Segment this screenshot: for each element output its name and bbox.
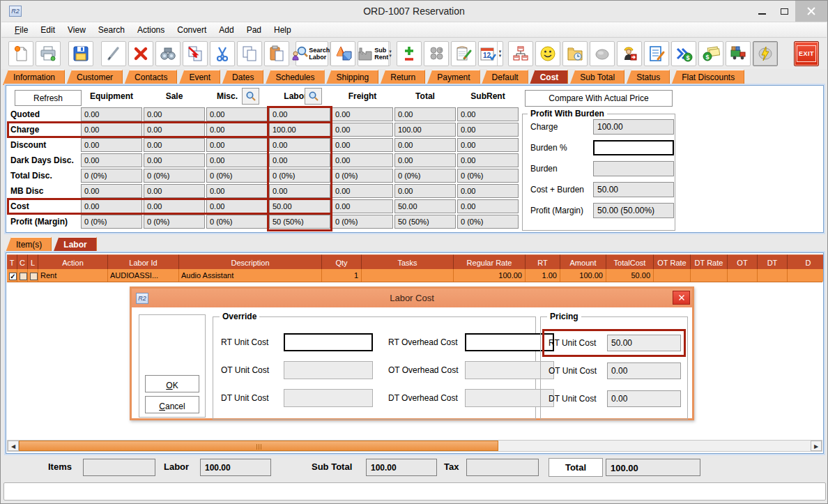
ok-button[interactable]: OK (145, 375, 199, 392)
unchecked-checkbox[interactable] (30, 273, 38, 280)
menu-add[interactable]: Add (213, 24, 240, 36)
checked-checkbox[interactable]: ✓ (9, 273, 17, 280)
menu-file[interactable]: File (8, 24, 34, 36)
copy-icon (240, 45, 259, 63)
dropdown-arrow-icon[interactable]: ▾▾ (388, 42, 392, 66)
transport-truck-button[interactable] (726, 41, 751, 66)
stone-button[interactable] (590, 41, 615, 66)
tab-schedules[interactable]: Schedules (265, 70, 324, 85)
cost-cell: 0.00 (269, 107, 330, 121)
burden--field[interactable] (593, 140, 674, 155)
add-remove-button[interactable] (397, 41, 422, 66)
delete-button[interactable] (128, 41, 153, 66)
cut-button[interactable] (210, 41, 235, 66)
calendar-12-button[interactable]: 12▾▾ (478, 41, 503, 66)
maximize-button[interactable] (773, 1, 795, 22)
menu-search[interactable]: Search (92, 24, 131, 36)
payment-forward-button[interactable]: $ (671, 41, 696, 66)
edit-pencil-button[interactable] (101, 41, 126, 66)
override-label: RT Unit Cost (221, 337, 268, 347)
new-document-button[interactable] (8, 41, 33, 66)
find-binoculars-button[interactable] (155, 41, 181, 66)
crew-group-button[interactable]: ? (424, 41, 449, 66)
labor-column-header-regular-rate: Regular Rate (454, 254, 526, 269)
horizontal-scrollbar[interactable]: ◀ ▶ (7, 440, 822, 452)
search-misc-button[interactable] (242, 88, 259, 105)
refresh-button[interactable]: Refresh (15, 90, 82, 106)
cost-cell: 0.00 (206, 107, 268, 121)
unchecked-checkbox[interactable] (20, 273, 27, 280)
tab-flat-discounts[interactable]: Flat Discounts (671, 70, 744, 85)
shapes-3d-button[interactable] (330, 41, 355, 66)
cost-cell: 0.00 (206, 184, 268, 198)
crew-assign-icon (620, 45, 638, 63)
dropdown-arrow-icon[interactable]: ▾▾ (497, 42, 503, 66)
cost-cell: 100.00 (269, 123, 330, 137)
quick-action-lightning-button[interactable] (753, 41, 778, 66)
cost-cell: 0.00 (394, 184, 456, 198)
tab-information[interactable]: Information (3, 70, 65, 85)
tab-default[interactable]: Default (482, 70, 528, 85)
menu-view[interactable]: View (61, 24, 92, 36)
tab-status[interactable]: Status (626, 70, 670, 85)
paste-button[interactable] (264, 41, 289, 66)
close-button[interactable] (795, 1, 827, 22)
search-labor-button[interactable]: Search Labor▾▾ (296, 41, 328, 66)
tax-field (466, 459, 539, 476)
menu-actions[interactable]: Actions (131, 24, 171, 36)
payment-forward-icon: $ (675, 45, 693, 63)
sub-rent-button[interactable]: Sub Rent▾▾ (358, 41, 390, 66)
pricing-group-title: Pricing (547, 312, 581, 321)
tab-event[interactable]: Event (178, 70, 220, 85)
detail-tab-labor[interactable]: Labor (53, 237, 96, 252)
labor-grid-row[interactable]: ✓RentAUDIOASSI...Audio Assistant1100.001… (7, 269, 822, 282)
compare-actual-price-button[interactable]: Compare With Actual Price (525, 90, 673, 107)
invoice-money-button[interactable]: $ (698, 41, 723, 66)
labor-cell-rt: 1.00 (526, 269, 560, 282)
dialog-close-button[interactable] (673, 291, 690, 305)
detail-tab-item-s-[interactable]: Item(s) (6, 237, 52, 252)
notes-edit-button[interactable] (451, 41, 476, 66)
tab-return[interactable]: Return (380, 70, 425, 85)
menu-edit[interactable]: Edit (34, 24, 61, 36)
tab-sub-total[interactable]: Sub Total (569, 70, 624, 85)
crew-assign-button[interactable] (617, 41, 642, 66)
search-labor-column-button[interactable] (305, 88, 322, 105)
tab-payment[interactable]: Payment (427, 70, 480, 85)
tab-dates[interactable]: Dates (222, 70, 263, 85)
shapes-3d-icon (334, 45, 352, 63)
tab-shipping[interactable]: Shipping (326, 70, 379, 85)
menu-convert[interactable]: Convert (171, 24, 213, 36)
folder-time-button[interactable] (562, 41, 588, 66)
worksheet-button[interactable] (644, 41, 669, 66)
cost-cell: 0.00 (144, 107, 205, 121)
override-rt-unit-cost-input[interactable] (284, 333, 373, 351)
org-chart-button[interactable] (508, 41, 533, 66)
subtotal-label: Sub Total (312, 461, 352, 472)
cost-cell: 50.00 (269, 199, 330, 213)
copy-items-button[interactable] (183, 41, 208, 66)
labor-cell-dt (758, 269, 788, 282)
cost-cell: 0 (0%) (332, 169, 393, 183)
tab-cost[interactable]: Cost (530, 70, 569, 85)
copy-button[interactable] (237, 41, 262, 66)
cancel-button[interactable]: Cancel (145, 396, 199, 413)
menu-pad[interactable]: Pad (240, 24, 268, 36)
save-button[interactable] (68, 41, 93, 66)
menu-bar: FileEditViewSearchActionsConvertAddPadHe… (1, 22, 827, 38)
charge-field: 100.00 (593, 119, 674, 135)
scroll-left-arrow[interactable]: ◀ (8, 441, 19, 451)
tab-contacts[interactable]: Contacts (124, 70, 177, 85)
minimize-button[interactable] (751, 1, 773, 22)
exit-button[interactable]: EXIT (794, 41, 819, 66)
scroll-right-arrow[interactable]: ▶ (811, 441, 822, 451)
svg-text:$: $ (687, 54, 690, 61)
smiley-button[interactable] (535, 41, 560, 66)
cost-row-label: Quoted (8, 107, 80, 122)
menu-help[interactable]: Help (268, 24, 298, 36)
scrollbar-thumb[interactable] (19, 441, 498, 451)
cost-cell: 0 (0%) (332, 215, 393, 229)
cost-panel: Refresh EquipmentSaleMisc.LaborFreightTo… (6, 85, 824, 233)
print-button[interactable] (36, 41, 61, 66)
tab-customer[interactable]: Customer (66, 70, 123, 85)
